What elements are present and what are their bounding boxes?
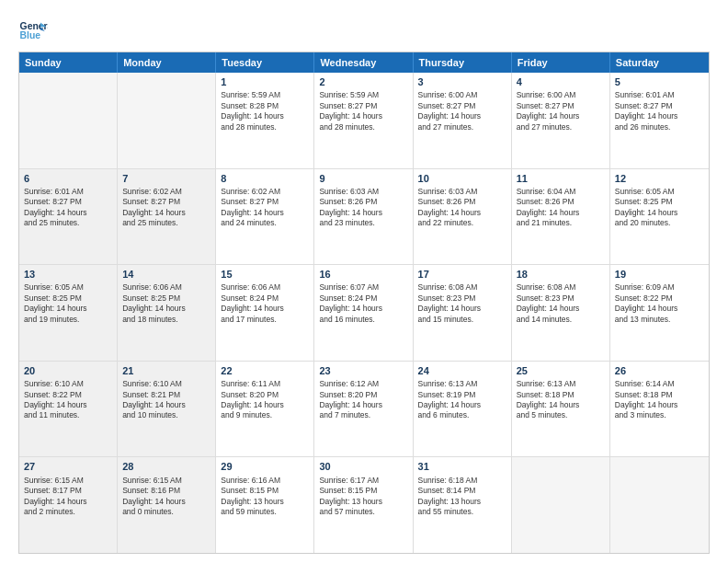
cell-line: Sunset: 8:27 PM [615, 101, 704, 111]
calendar-cell: 26Sunrise: 6:14 AMSunset: 8:18 PMDayligh… [610, 362, 709, 457]
calendar-cell: 5Sunrise: 6:01 AMSunset: 8:27 PMDaylight… [610, 73, 709, 168]
cell-line: and 27 minutes. [418, 122, 506, 132]
cell-line: Sunrise: 6:02 AM [221, 187, 309, 197]
svg-text:Blue: Blue [20, 30, 41, 40]
cell-line: and 3 minutes. [615, 410, 704, 420]
calendar: SundayMondayTuesdayWednesdayThursdayFrid… [18, 52, 710, 554]
calendar-cell: 23Sunrise: 6:12 AMSunset: 8:20 PMDayligh… [314, 362, 413, 457]
day-number: 3 [418, 75, 506, 88]
day-number: 13 [24, 268, 112, 281]
calendar-cell: 8Sunrise: 6:02 AMSunset: 8:27 PMDaylight… [216, 169, 314, 265]
cell-line: Sunset: 8:26 PM [319, 197, 407, 207]
cell-line: Sunrise: 6:13 AM [418, 379, 506, 389]
day-number: 21 [122, 364, 210, 377]
cell-line: Sunset: 8:23 PM [418, 293, 506, 304]
calendar-cell: 15Sunrise: 6:06 AMSunset: 8:24 PMDayligh… [216, 265, 314, 361]
cell-line: and 10 minutes. [122, 410, 210, 420]
cell-line: Sunset: 8:22 PM [24, 390, 112, 400]
cell-line: Sunrise: 6:04 AM [517, 187, 605, 197]
cell-line: Sunset: 8:24 PM [221, 293, 309, 304]
calendar-cell: 10Sunrise: 6:03 AMSunset: 8:26 PMDayligh… [414, 169, 512, 265]
cell-line: and 9 minutes. [221, 410, 309, 420]
cell-line: Sunset: 8:25 PM [122, 293, 210, 304]
calendar-cell: 11Sunrise: 6:04 AMSunset: 8:26 PMDayligh… [512, 169, 610, 265]
cell-line: Sunset: 8:22 PM [615, 293, 704, 304]
cell-line: Daylight: 14 hours [24, 304, 112, 314]
cell-line: Daylight: 14 hours [418, 400, 506, 410]
cell-line: Sunrise: 6:07 AM [319, 282, 407, 293]
calendar-row: 1Sunrise: 5:59 AMSunset: 8:28 PMDaylight… [19, 73, 709, 169]
cell-line: and 26 minutes. [615, 122, 704, 132]
cell-line: Daylight: 14 hours [122, 304, 210, 314]
cell-line: and 24 minutes. [221, 218, 309, 228]
day-number: 17 [418, 268, 506, 281]
cell-line: Sunrise: 6:09 AM [615, 282, 704, 293]
calendar-cell: 29Sunrise: 6:16 AMSunset: 8:15 PMDayligh… [216, 457, 314, 553]
cell-line: Sunset: 8:17 PM [24, 486, 112, 496]
header: General Blue [18, 17, 710, 46]
logo: General Blue [18, 17, 48, 46]
cell-line: Daylight: 14 hours [615, 111, 704, 121]
cell-line: Sunset: 8:25 PM [24, 293, 112, 304]
cell-line: Daylight: 14 hours [221, 400, 309, 410]
cell-line: Daylight: 14 hours [319, 400, 407, 410]
calendar-row: 20Sunrise: 6:10 AMSunset: 8:22 PMDayligh… [19, 362, 709, 458]
cell-line: Daylight: 13 hours [221, 497, 309, 507]
cell-line: Sunrise: 6:12 AM [319, 379, 407, 389]
calendar-cell: 4Sunrise: 6:00 AMSunset: 8:27 PMDaylight… [512, 73, 610, 168]
calendar-row: 27Sunrise: 6:15 AMSunset: 8:17 PMDayligh… [19, 457, 709, 553]
cell-line: and 13 minutes. [615, 315, 704, 325]
calendar-cell: 14Sunrise: 6:06 AMSunset: 8:25 PMDayligh… [118, 265, 216, 361]
calendar-cell: 17Sunrise: 6:08 AMSunset: 8:23 PMDayligh… [414, 265, 512, 361]
cell-line: and 2 minutes. [24, 507, 112, 517]
cell-line: Sunrise: 6:08 AM [517, 282, 605, 293]
day-number: 25 [517, 364, 605, 377]
calendar-cell: 18Sunrise: 6:08 AMSunset: 8:23 PMDayligh… [512, 265, 610, 361]
cell-line: Sunset: 8:27 PM [221, 197, 309, 207]
cell-line: and 22 minutes. [418, 218, 506, 228]
calendar-header-cell: Friday [512, 52, 610, 73]
day-number: 18 [517, 268, 605, 281]
page: General Blue SundayMondayTuesdayWednesda… [0, 0, 728, 563]
cell-line: Daylight: 14 hours [615, 304, 704, 314]
calendar-cell: 16Sunrise: 6:07 AMSunset: 8:24 PMDayligh… [314, 265, 413, 361]
cell-line: Daylight: 14 hours [615, 400, 704, 410]
cell-line: Daylight: 14 hours [319, 304, 407, 314]
cell-line: Daylight: 14 hours [221, 111, 309, 121]
calendar-header-cell: Saturday [610, 52, 709, 73]
day-number: 10 [418, 172, 506, 185]
cell-line: Sunrise: 6:06 AM [221, 282, 309, 293]
cell-line: Sunrise: 5:59 AM [221, 90, 309, 100]
calendar-cell: 2Sunrise: 5:59 AMSunset: 8:27 PMDaylight… [314, 73, 413, 168]
calendar-cell [512, 457, 610, 553]
calendar-header-cell: Tuesday [216, 52, 314, 73]
cell-line: Sunrise: 6:01 AM [24, 187, 112, 197]
calendar-header: SundayMondayTuesdayWednesdayThursdayFrid… [19, 52, 709, 73]
day-number: 24 [418, 364, 506, 377]
calendar-cell: 31Sunrise: 6:18 AMSunset: 8:14 PMDayligh… [414, 457, 512, 553]
calendar-body: 1Sunrise: 5:59 AMSunset: 8:28 PMDaylight… [19, 73, 709, 553]
cell-line: Sunset: 8:14 PM [418, 486, 506, 496]
day-number: 12 [615, 172, 704, 185]
calendar-cell: 12Sunrise: 6:05 AMSunset: 8:25 PMDayligh… [610, 169, 709, 265]
cell-line: Sunset: 8:27 PM [517, 101, 605, 111]
day-number: 31 [418, 460, 506, 473]
cell-line: Sunrise: 6:01 AM [615, 90, 704, 100]
cell-line: and 0 minutes. [122, 507, 210, 517]
calendar-row: 13Sunrise: 6:05 AMSunset: 8:25 PMDayligh… [19, 265, 709, 362]
cell-line: Sunset: 8:26 PM [418, 197, 506, 207]
calendar-cell [610, 457, 709, 553]
day-number: 30 [319, 460, 407, 473]
cell-line: Sunset: 8:18 PM [615, 390, 704, 400]
day-number: 9 [319, 172, 407, 185]
cell-line: and 23 minutes. [319, 218, 407, 228]
day-number: 15 [221, 268, 309, 281]
cell-line: Daylight: 14 hours [418, 208, 506, 218]
calendar-cell: 21Sunrise: 6:10 AMSunset: 8:21 PMDayligh… [118, 362, 216, 457]
cell-line: Sunrise: 6:16 AM [221, 476, 309, 486]
cell-line: Sunset: 8:27 PM [122, 197, 210, 207]
cell-line: Daylight: 14 hours [517, 304, 605, 314]
logo-icon: General Blue [18, 17, 48, 46]
cell-line: Daylight: 14 hours [122, 208, 210, 218]
cell-line: Sunrise: 6:03 AM [418, 187, 506, 197]
